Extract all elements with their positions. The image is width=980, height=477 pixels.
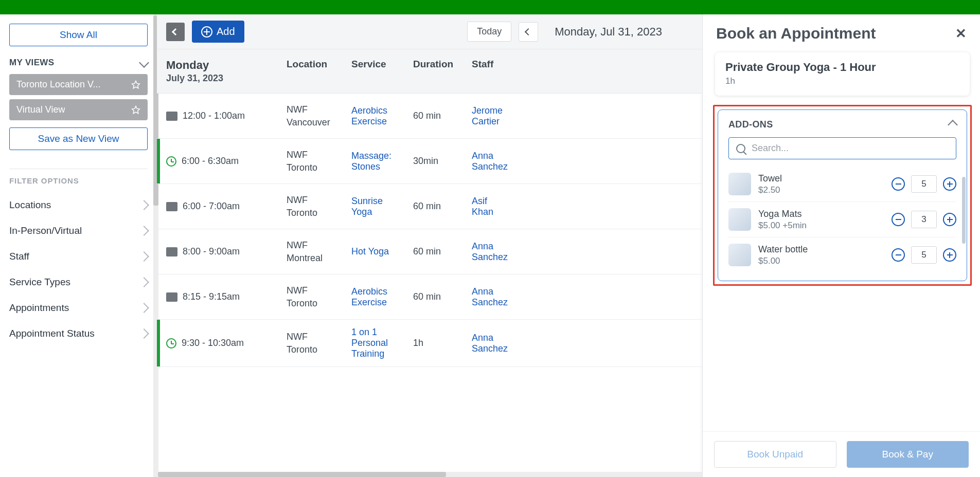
addons-label: ADD-ONS (728, 119, 773, 130)
cell-location: NWF Toronto (279, 323, 344, 363)
qty-minus-button[interactable] (892, 177, 905, 191)
cell-time: 8:15 - 9:15am (160, 284, 279, 309)
chevron-left-icon (172, 28, 179, 35)
cell-service: Sunrise Yoga (344, 189, 406, 225)
cell-staff: Anna Sanchez (465, 325, 516, 361)
filter-label: Staff (9, 251, 29, 262)
today-button[interactable]: Today (467, 22, 511, 42)
table-row[interactable]: 8:00 - 9:00amNWF MontrealHot Yoga60 minA… (157, 229, 702, 274)
filter-locations[interactable]: Locations (9, 192, 148, 218)
prev-day-button[interactable] (519, 22, 538, 42)
qty-minus-button[interactable] (892, 213, 905, 226)
addons-search-input[interactable] (752, 143, 949, 154)
table-row[interactable]: 12:00 - 1:00amNWF VancouverAerobics Exer… (157, 94, 702, 139)
staff-link[interactable]: Anna Sanchez (472, 241, 508, 262)
service-link[interactable]: Massage: Stones (351, 151, 391, 172)
staff-link[interactable]: Jerome Cartier (472, 105, 503, 126)
time-text: 6:00 - 7:00am (183, 201, 240, 212)
staff-link[interactable]: Anna Sanchez (472, 286, 508, 307)
service-summary-card: Private Group Yoga - 1 Hour 1h (715, 52, 970, 96)
cell-duration: 60 min (406, 194, 465, 219)
chevron-left-icon (525, 28, 532, 35)
cell-staff: Anna Sanchez (465, 143, 516, 179)
staff-link[interactable]: Anna Sanchez (472, 333, 508, 354)
table-row[interactable]: 8:15 - 9:15amNWF TorontoAerobics Exercis… (157, 274, 702, 320)
cell-location: NWF Toronto (279, 141, 344, 181)
qty-plus-button[interactable] (943, 248, 956, 262)
save-view-button[interactable]: Save as New View (9, 127, 148, 150)
table-row[interactable]: 6:00 - 6:30amNWF TorontoMassage: Stones3… (157, 139, 702, 184)
addon-row: Yoga Mats$5.00 +5min (728, 202, 956, 237)
filter-service-types[interactable]: Service Types (9, 269, 148, 295)
filter-staff[interactable]: Staff (9, 244, 148, 269)
service-link[interactable]: 1 on 1 Personal Training (351, 327, 388, 359)
cell-duration: 30min (406, 149, 465, 174)
addons-highlight-box: ADD-ONS Towel$2.50Yoga Mats$5.00 +5minWa… (713, 105, 972, 286)
close-icon[interactable]: ✕ (955, 26, 967, 42)
chevron-right-icon (139, 303, 149, 313)
cell-time: 6:00 - 6:30am (160, 149, 279, 174)
qty-plus-button[interactable] (943, 177, 956, 191)
session-icon (166, 202, 177, 211)
my-views-header[interactable]: MY VIEWS (9, 58, 148, 68)
collapse-sidebar-button[interactable] (166, 23, 185, 41)
cell-staff: Anna Sanchez (465, 279, 516, 315)
cell-service: Massage: Stones (344, 143, 406, 179)
cell-duration: 60 min (406, 103, 465, 129)
cell-service: Aerobics Exercise (344, 98, 406, 134)
cell-service: Aerobics Exercise (344, 279, 406, 315)
filter-inperson-virtual[interactable]: In-Person/Virtual (9, 218, 148, 244)
cell-location: NWF Vancouver (279, 96, 344, 136)
table-body: 12:00 - 1:00amNWF VancouverAerobics Exer… (157, 94, 702, 477)
cell-staff: Jerome Cartier (465, 98, 516, 134)
filter-options-label: FILTER OPTIONS (9, 176, 148, 185)
filter-label: Appointment Status (9, 328, 95, 339)
my-views-label: MY VIEWS (9, 58, 54, 68)
service-link[interactable]: Aerobics Exercise (351, 105, 387, 126)
addon-row: Water bottle$5.00 (728, 237, 956, 272)
cell-time: 8:00 - 9:00am (160, 239, 279, 264)
current-date: Monday, Jul 31, 2023 (545, 25, 693, 39)
horizontal-scrollbar[interactable] (157, 472, 702, 477)
cell-staff: Asif Khan (465, 189, 516, 225)
add-button[interactable]: Add (192, 21, 244, 43)
filter-appointments[interactable]: Appointments (9, 295, 148, 321)
search-icon (736, 144, 745, 153)
cell-service: Hot Yoga (344, 239, 406, 264)
time-text: 8:00 - 9:00am (183, 246, 240, 257)
chevron-right-icon (139, 226, 149, 236)
qty-plus-button[interactable] (943, 213, 956, 226)
cell-location: NWF Toronto (279, 187, 344, 226)
book-pay-button[interactable]: Book & Pay (847, 441, 969, 468)
staff-link[interactable]: Anna Sanchez (472, 151, 508, 172)
qty-input[interactable] (911, 211, 937, 228)
col-location: Location (279, 49, 344, 93)
chevron-right-icon (139, 200, 149, 210)
service-link[interactable]: Sunrise Yoga (351, 196, 383, 217)
addons-header[interactable]: ADD-ONS (728, 119, 956, 130)
service-duration: 1h (725, 76, 959, 86)
qty-minus-button[interactable] (892, 248, 905, 262)
service-link[interactable]: Aerobics Exercise (351, 286, 387, 307)
addons-search[interactable] (728, 137, 956, 159)
col-service: Service (344, 49, 406, 93)
book-unpaid-button[interactable]: Book Unpaid (714, 441, 836, 468)
cell-time: 9:30 - 10:30am (160, 331, 279, 356)
service-link[interactable]: Hot Yoga (351, 246, 389, 256)
cell-location: NWF Toronto (279, 277, 344, 317)
calendar-toolbar: Add Today Monday, Jul 31, 2023 (157, 14, 702, 49)
view-chip-toronto[interactable]: Toronto Location V... (9, 74, 148, 95)
staff-link[interactable]: Asif Khan (472, 196, 493, 217)
qty-input[interactable] (911, 246, 937, 264)
col-staff: Staff (465, 49, 516, 93)
qty-input[interactable] (911, 175, 937, 193)
clock-icon (166, 156, 176, 167)
cell-time: 12:00 - 1:00am (160, 103, 279, 129)
show-all-button[interactable]: Show All (9, 24, 148, 46)
view-chip-virtual[interactable]: Virtual View (9, 99, 148, 120)
filter-appointment-status[interactable]: Appointment Status (9, 321, 148, 346)
table-row[interactable]: 6:00 - 7:00amNWF TorontoSunrise Yoga60 m… (157, 184, 702, 229)
addons-scrollbar[interactable] (962, 177, 966, 268)
table-row[interactable]: 9:30 - 10:30amNWF Toronto1 on 1 Personal… (157, 320, 702, 367)
filter-label: Locations (9, 199, 51, 211)
